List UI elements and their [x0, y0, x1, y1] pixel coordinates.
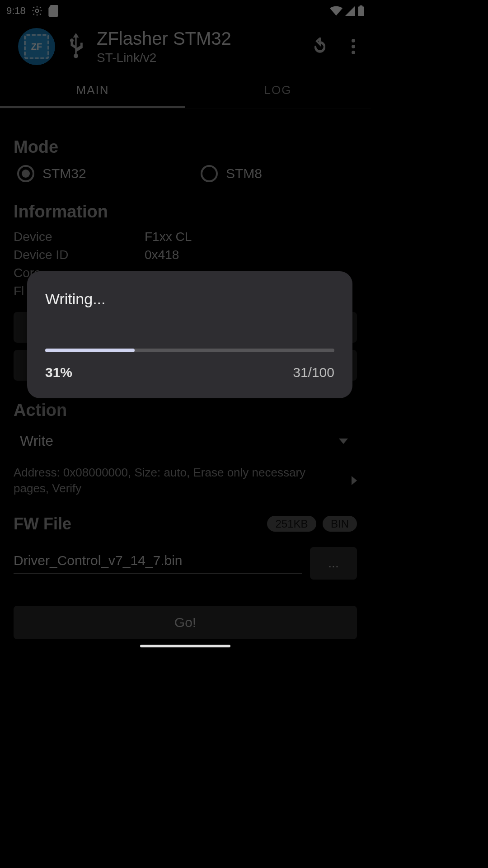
- progress-percent: 31%: [45, 365, 72, 380]
- progress-count: 31/100: [293, 365, 334, 380]
- progress-bar-fill: [45, 349, 135, 352]
- progress-bar: [45, 349, 334, 352]
- android-nav-bar[interactable]: [140, 645, 230, 647]
- progress-dialog: Writing... 31% 31/100: [27, 271, 352, 398]
- progress-dialog-title: Writing...: [45, 290, 334, 308]
